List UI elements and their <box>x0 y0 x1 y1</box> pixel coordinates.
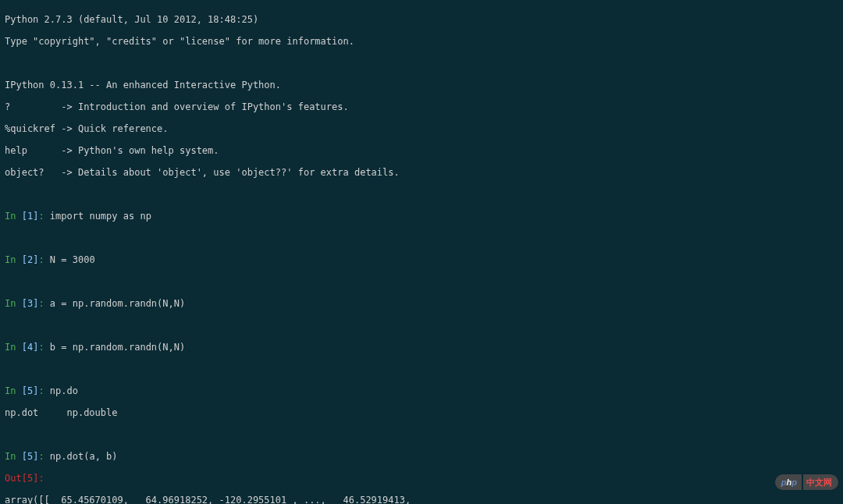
watermark-letter: p <box>781 477 787 488</box>
blank-line <box>5 429 838 440</box>
watermark-php-icon: php <box>775 474 802 490</box>
in-code: N = 3000 <box>50 254 95 265</box>
array-output-line: array([[ 65.45670109, 64.96918252, -120.… <box>5 495 838 504</box>
in-code: b = np.random.randn(N,N) <box>50 342 185 353</box>
watermark-letter: p <box>791 477 797 488</box>
ipython-banner-4: help -> Python's own help system. <box>5 145 838 156</box>
blank-line <box>5 364 838 374</box>
in-5-partial: In [5]: np.do <box>5 385 838 396</box>
in-number: [4] <box>22 342 39 353</box>
prompt-colon: : <box>38 342 49 353</box>
prompt-colon: : <box>38 298 49 309</box>
in-code: a = np.random.randn(N,N) <box>50 298 185 309</box>
in-number: [1] <box>22 211 39 222</box>
python-info-line: Type "copyright", "credits" or "license"… <box>5 36 838 47</box>
in-code: import numpy as np <box>50 211 151 222</box>
in-prompt: In <box>5 254 22 265</box>
prompt-colon: : <box>38 211 49 222</box>
tab-completion-line: np.dot np.double <box>5 407 838 418</box>
ipython-banner-5: object? -> Details about 'object', use '… <box>5 167 838 178</box>
in-1: In [1]: import numpy as np <box>5 211 838 222</box>
ipython-banner-1: IPython 0.13.1 -- An enhanced Interactiv… <box>5 80 838 91</box>
in-number: [2] <box>22 254 39 265</box>
prompt-colon: : <box>38 385 49 396</box>
out-prompt: Out <box>5 473 22 484</box>
blank-line <box>5 189 838 200</box>
in-code: np.do <box>50 385 78 396</box>
in-3: In [3]: a = np.random.randn(N,N) <box>5 298 838 309</box>
in-prompt: In <box>5 451 22 462</box>
blank-line <box>5 320 838 331</box>
prompt-colon: : <box>38 451 49 462</box>
in-prompt: In <box>5 298 22 309</box>
in-number: [3] <box>22 298 39 309</box>
out-5-prompt: Out[5]: <box>5 473 838 484</box>
blank-line <box>5 58 838 69</box>
in-number: [5] <box>22 385 39 396</box>
ipython-banner-2: ? -> Introduction and overview of IPytho… <box>5 101 838 112</box>
blank-line <box>5 232 838 243</box>
watermark-text: 中文网 <box>803 474 838 490</box>
in-5: In [5]: np.dot(a, b) <box>5 451 838 462</box>
in-number: [5] <box>22 451 39 462</box>
ipython-banner-3: %quickref -> Quick reference. <box>5 123 838 134</box>
in-prompt: In <box>5 385 22 396</box>
in-4: In [4]: b = np.random.randn(N,N) <box>5 342 838 353</box>
in-2: In [2]: N = 3000 <box>5 254 838 265</box>
out-number: [5] <box>22 473 39 484</box>
in-code: np.dot(a, b) <box>50 451 118 462</box>
in-prompt: In <box>5 211 22 222</box>
in-prompt: In <box>5 342 22 353</box>
prompt-colon: : <box>38 254 49 265</box>
ipython-terminal[interactable]: Python 2.7.3 (default, Jul 10 2012, 18:4… <box>0 0 843 504</box>
python-version-line: Python 2.7.3 (default, Jul 10 2012, 18:4… <box>5 14 838 25</box>
blank-line <box>5 276 838 287</box>
out-colon: : <box>38 473 44 484</box>
watermark-badge: php 中文网 <box>775 474 838 490</box>
